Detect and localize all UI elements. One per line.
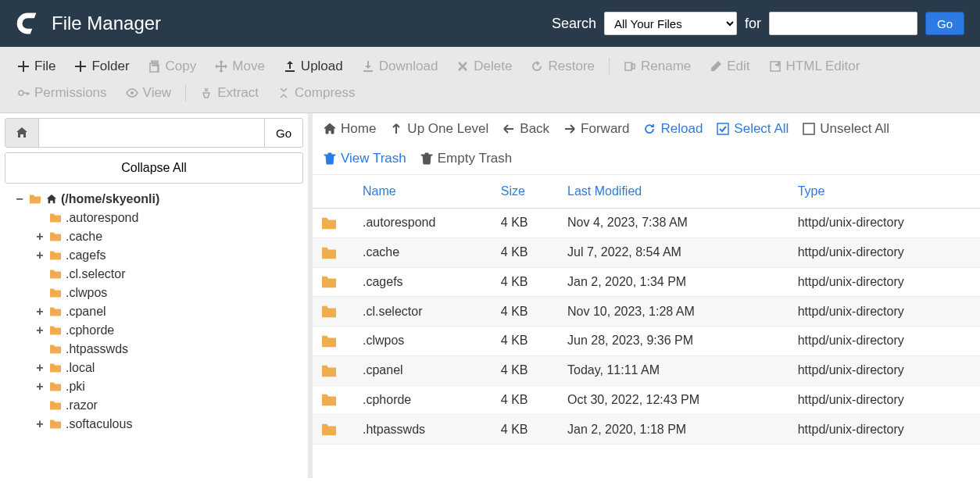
tree-node[interactable]: +.cphorde — [34, 321, 303, 340]
delete-button[interactable]: Delete — [447, 53, 521, 80]
rename-button[interactable]: Rename — [614, 53, 700, 80]
cell-name: .cl.selector — [355, 297, 493, 327]
expand-icon[interactable]: + — [34, 323, 45, 337]
tree-node-label: .softaculous — [66, 417, 132, 431]
extract-button[interactable]: Extract — [191, 80, 268, 106]
expand-icon[interactable]: + — [34, 230, 45, 244]
path-go-button[interactable]: Go — [264, 118, 303, 148]
download-button[interactable]: Download — [352, 53, 448, 80]
permissions-button[interactable]: Permissions — [8, 80, 116, 106]
forward-button[interactable]: Forward — [563, 121, 629, 137]
select-all-button[interactable]: Select All — [717, 121, 789, 137]
cell-size: 4 KB — [493, 327, 560, 356]
table-row[interactable]: .cagefs 4 KB Jan 2, 2020, 1:34 PM httpd/… — [313, 267, 980, 297]
action-bar: HomeUp One LevelBackForwardReloadSelect … — [313, 113, 980, 175]
cell-modified: Nov 4, 2023, 7:38 AM — [560, 209, 790, 238]
path-input[interactable] — [39, 118, 264, 148]
forward-icon — [563, 123, 576, 135]
toolbar-label: Download — [379, 59, 438, 74]
table-row[interactable]: .cphorde 4 KB Oct 30, 2022, 12:43 PM htt… — [313, 385, 980, 415]
toolbar-label: View — [143, 85, 172, 101]
tree-node[interactable]: .htpasswds — [34, 340, 303, 359]
cell-name: .autorespond — [355, 209, 493, 238]
folder-icon — [320, 423, 338, 437]
html-editor-button[interactable]: HTML Editor — [760, 53, 870, 80]
plus-icon — [17, 60, 30, 73]
view-trash-button[interactable]: View Trash — [324, 151, 406, 166]
tree-node-label: .cphorde — [66, 323, 114, 337]
sidebar: Go Collapse All − (/home/skyeonli) .auto… — [0, 113, 313, 478]
edit-icon — [710, 60, 722, 73]
empty-trash-button[interactable]: Empty Trash — [420, 151, 512, 166]
expand-icon[interactable]: + — [34, 417, 45, 431]
cell-type: httpd/unix-directory — [790, 327, 980, 356]
cell-name: .clwpos — [355, 327, 493, 356]
table-row[interactable]: .cache 4 KB Jul 7, 2022, 8:54 AM httpd/u… — [313, 237, 980, 267]
tree-node[interactable]: +.cagefs — [34, 246, 303, 265]
home-icon — [45, 194, 58, 205]
search-scope-select[interactable]: All Your Files — [604, 12, 737, 35]
toolbar-label: Restore — [548, 59, 595, 74]
action-label: Back — [520, 121, 549, 137]
up-one-level-button[interactable]: Up One Level — [390, 121, 488, 137]
tree-root[interactable]: − (/home/skyeonli) — [14, 190, 303, 209]
toolbar-label: Permissions — [34, 85, 107, 101]
action-label: Select All — [734, 121, 789, 137]
cell-size: 4 KB — [493, 415, 560, 445]
cell-name: .cache — [355, 237, 493, 267]
home-button[interactable]: Home — [324, 121, 376, 137]
view-button[interactable]: View — [116, 80, 181, 106]
move-button[interactable]: Move — [206, 53, 274, 80]
expand-icon[interactable]: + — [34, 248, 45, 262]
tree-node[interactable]: .razor — [34, 396, 303, 415]
toolbar: FileFolderCopyMoveUploadDownloadDeleteRe… — [0, 47, 980, 113]
reload-button[interactable]: Reload — [643, 121, 703, 137]
upload-icon — [284, 60, 296, 73]
back-button[interactable]: Back — [503, 121, 549, 137]
tree-node[interactable]: +.cpanel — [34, 302, 303, 321]
html-icon — [769, 60, 781, 73]
file-button[interactable]: File — [8, 53, 65, 80]
tree-node[interactable]: +.cache — [34, 227, 303, 246]
expand-icon[interactable]: + — [34, 361, 45, 375]
table-row[interactable]: .autorespond 4 KB Nov 4, 2023, 7:38 AM h… — [313, 209, 980, 238]
col-size[interactable]: Size — [493, 175, 560, 209]
tree-node[interactable]: .cl.selector — [34, 265, 303, 284]
tree-node[interactable]: +.pki — [34, 377, 303, 396]
table-row[interactable]: .cpanel 4 KB Today, 11:11 AM httpd/unix-… — [313, 355, 980, 385]
unselect-all-button[interactable]: Unselect All — [803, 121, 889, 137]
cell-name: .cpanel — [355, 355, 493, 385]
copy-button[interactable]: Copy — [139, 53, 206, 80]
action-label: Unselect All — [820, 121, 889, 137]
cpanel-logo-icon — [16, 10, 42, 37]
tree-node[interactable]: .clwpos — [34, 284, 303, 302]
collapse-all-button[interactable]: Collapse All — [5, 152, 303, 184]
tree-node[interactable]: .autorespond — [34, 209, 303, 227]
upload-button[interactable]: Upload — [274, 53, 352, 80]
action-label: View Trash — [341, 151, 406, 166]
edit-button[interactable]: Edit — [700, 53, 759, 80]
restore-button[interactable]: Restore — [521, 53, 604, 80]
col-last-modified[interactable]: Last Modified — [560, 175, 790, 209]
table-row[interactable]: .cl.selector 4 KB Nov 10, 2023, 1:28 AM … — [313, 297, 980, 327]
col-type[interactable]: Type — [790, 175, 980, 209]
cell-type: httpd/unix-directory — [790, 415, 980, 445]
collapse-icon[interactable]: − — [14, 192, 25, 206]
cell-size: 4 KB — [493, 297, 560, 327]
table-row[interactable]: .htpasswds 4 KB Jan 2, 2020, 1:18 PM htt… — [313, 415, 980, 445]
sidebar-home-button[interactable] — [5, 118, 39, 148]
cell-name: .cphorde — [355, 385, 493, 415]
folder-button[interactable]: Folder — [65, 53, 138, 80]
col-name[interactable]: Name — [355, 175, 493, 209]
table-row[interactable]: .clwpos 4 KB Jun 28, 2023, 9:36 PM httpd… — [313, 327, 980, 356]
search-input[interactable] — [769, 12, 917, 35]
expand-icon[interactable]: + — [34, 380, 45, 394]
cell-size: 4 KB — [493, 355, 560, 385]
tree-node[interactable]: +.softaculous — [34, 415, 303, 434]
toolbar-label: Delete — [474, 59, 512, 74]
compress-button[interactable]: Compress — [268, 80, 364, 106]
expand-icon[interactable]: + — [34, 305, 45, 319]
toolbar-label: Edit — [727, 59, 749, 74]
tree-node[interactable]: +.local — [34, 359, 303, 377]
search-go-button[interactable]: Go — [925, 12, 964, 35]
